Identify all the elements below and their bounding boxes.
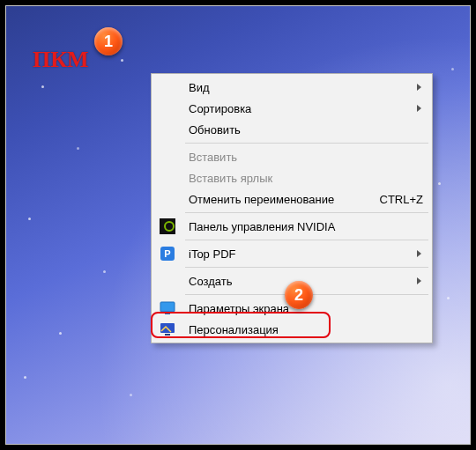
- display-icon: [159, 299, 176, 317]
- menu-separator: [185, 267, 428, 268]
- svg-rect-5: [165, 313, 170, 314]
- menu-item-label: Вставить: [189, 151, 237, 164]
- menu-item-label: Персонализация: [189, 323, 279, 336]
- annotation-badge-1: 1: [94, 27, 123, 55]
- chevron-right-icon: [417, 250, 421, 257]
- menu-item-label: Вставить ярлык: [189, 172, 272, 185]
- menu-item-label: Отменить переименование: [189, 193, 334, 206]
- svg-rect-7: [165, 334, 170, 336]
- menu-item-personalize[interactable]: Персонализация: [153, 319, 430, 340]
- menu-item-itop-pdf[interactable]: P iTop PDF: [153, 243, 430, 264]
- menu-item-label: Создать: [189, 275, 232, 288]
- menu-item-label: Сортировка: [189, 102, 251, 115]
- svg-rect-4: [160, 302, 175, 312]
- menu-item-label: Обновить: [189, 123, 241, 136]
- annotation-badge-2: 2: [285, 281, 313, 309]
- menu-separator: [185, 143, 428, 144]
- menu-shortcut: CTRL+Z: [380, 193, 423, 206]
- menu-item-paste-shortcut: Вставить ярлык: [153, 167, 430, 188]
- menu-item-paste: Вставить: [153, 146, 430, 167]
- menu-item-undo-rename[interactable]: Отменить переименование CTRL+Z: [153, 188, 430, 210]
- menu-item-refresh[interactable]: Обновить: [153, 119, 430, 140]
- menu-item-label: Панель управления NVIDIA: [189, 220, 335, 233]
- menu-item-label: Параметры экрана: [189, 302, 289, 315]
- chevron-right-icon: [417, 277, 421, 284]
- menu-separator: [185, 212, 428, 213]
- menu-item-nvidia[interactable]: Панель управления NVIDIA: [153, 216, 430, 237]
- personalize-icon: [159, 321, 176, 338]
- chevron-right-icon: [417, 84, 421, 91]
- menu-item-label: iTop PDF: [189, 247, 235, 261]
- menu-separator: [185, 240, 428, 240]
- menu-item-label: Вид: [189, 81, 210, 94]
- annotation-pkm-label: ПКМ: [33, 47, 89, 73]
- menu-item-sort[interactable]: Сортировка: [153, 98, 430, 119]
- nvidia-icon: [159, 218, 176, 235]
- itop-pdf-icon: P: [159, 245, 176, 262]
- chevron-right-icon: [417, 105, 421, 112]
- svg-text:P: P: [164, 248, 170, 259]
- menu-item-view[interactable]: Вид: [153, 77, 430, 98]
